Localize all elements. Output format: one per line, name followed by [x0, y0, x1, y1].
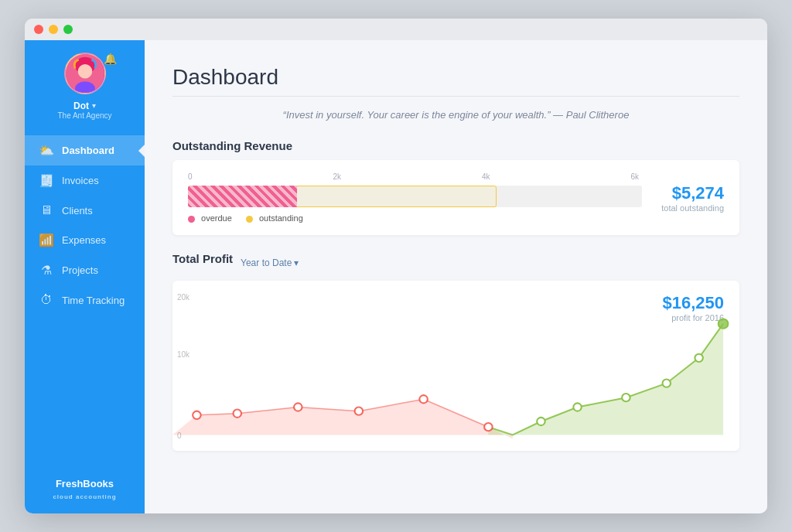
- chart-dot-pos-1: [537, 418, 544, 425]
- axis-0: 0: [188, 172, 193, 181]
- legend-outstanding: outstanding: [246, 213, 303, 223]
- invoices-icon: 🧾: [39, 173, 54, 188]
- expenses-icon: 📶: [39, 233, 54, 247]
- chart-dot-pos-5: [695, 354, 702, 362]
- svg-point-2: [77, 64, 92, 79]
- sidebar-item-expenses-label: Expenses: [62, 234, 106, 246]
- sidebar-footer: FreshBooks cloud accounting: [40, 466, 128, 513]
- chart-dot-neg-1: [193, 411, 200, 419]
- sidebar-item-expenses[interactable]: 📶 Expenses: [25, 225, 145, 255]
- app-window: 🔔 Dot ▾ The Ant Agency ⛅ Dashboard 🧾 Inv…: [25, 19, 767, 513]
- avatar-wrap: 🔔: [64, 53, 106, 94]
- chart-dot-neg-5: [419, 395, 427, 403]
- legend-overdue: overdue: [188, 213, 232, 223]
- axis-4k: 4k: [482, 172, 490, 181]
- sidebar-item-clients-label: Clients: [62, 205, 93, 217]
- sidebar-user-section: 🔔 Dot ▾ The Ant Agency: [25, 53, 145, 128]
- outstanding-revenue-card: 0 2k 4k 6k overdue: [172, 160, 739, 235]
- revenue-bar-wrap: 0 2k 4k 6k overdue: [188, 172, 642, 223]
- chart-dot-neg-4: [355, 408, 363, 415]
- close-button[interactable]: [34, 25, 43, 34]
- notification-bell-icon[interactable]: 🔔: [104, 53, 117, 65]
- total-profit-title: Total Profit: [172, 252, 233, 265]
- profit-chart-area: [172, 304, 739, 451]
- sidebar-item-projects-label: Projects: [62, 264, 98, 276]
- chart-dot-pos-peak: [719, 319, 729, 329]
- sidebar-item-time-tracking-label: Time Tracking: [62, 295, 125, 306]
- maximize-button[interactable]: [63, 25, 73, 34]
- profit-filter-dropdown[interactable]: Year to Date ▾: [241, 257, 299, 268]
- overdue-dot: [188, 216, 195, 223]
- bar-track: [188, 186, 642, 207]
- profit-filter-label: Year to Date: [241, 257, 292, 268]
- bar-axis: 0 2k 4k 6k: [188, 172, 642, 181]
- projects-icon: ⚗: [39, 263, 54, 278]
- profit-chart: [172, 304, 739, 451]
- freshbooks-logo-sub: cloud accounting: [53, 493, 116, 500]
- legend-overdue-label: overdue: [201, 213, 232, 223]
- sidebar-item-dashboard-label: Dashboard: [62, 145, 114, 156]
- sidebar-item-projects[interactable]: ⚗ Projects: [25, 255, 145, 285]
- overdue-bar: [188, 186, 297, 207]
- main-content: Dashboard “Invest in yourself. Your care…: [145, 40, 767, 513]
- sidebar-nav: ⛅ Dashboard 🧾 Invoices 🖥 Clients 📶 Expen…: [25, 135, 145, 315]
- axis-6k: 6k: [630, 172, 639, 181]
- sidebar-item-invoices-label: Invoices: [62, 175, 99, 186]
- freshbooks-logo-text: FreshBooks: [56, 478, 114, 489]
- chart-dot-pos-2: [573, 403, 581, 411]
- profit-header: Total Profit Year to Date ▾: [172, 252, 739, 273]
- motivational-quote: “Invest in yourself. Your career is the …: [172, 109, 739, 121]
- legend: overdue outstanding: [188, 213, 642, 223]
- negative-area: [172, 399, 513, 438]
- chart-dot-neg-6: [484, 423, 492, 431]
- sidebar-item-clients[interactable]: 🖥 Clients: [25, 196, 145, 225]
- legend-outstanding-label: outstanding: [259, 213, 303, 223]
- y-label-20k: 20k: [177, 293, 189, 302]
- chart-dot-pos-4: [663, 380, 671, 387]
- revenue-amount: $5,274 total outstanding: [654, 183, 724, 213]
- minimize-button[interactable]: [49, 25, 58, 34]
- avatar: [64, 53, 106, 94]
- dashboard-icon: ⛅: [39, 143, 54, 158]
- titlebar: [25, 19, 767, 40]
- sidebar-item-invoices[interactable]: 🧾 Invoices: [25, 165, 145, 196]
- positive-area: [488, 324, 723, 435]
- page-title: Dashboard: [172, 65, 739, 90]
- sidebar: 🔔 Dot ▾ The Ant Agency ⛅ Dashboard 🧾 Inv…: [25, 40, 145, 513]
- total-profit-card: $16,250 profit for 2016 20k 10k 0: [172, 281, 739, 451]
- outstanding-revenue-title: Outstanding Revenue: [172, 139, 739, 152]
- user-name: Dot: [73, 101, 89, 111]
- user-name-row: Dot ▾: [73, 99, 96, 111]
- outstanding-dot: [246, 216, 253, 223]
- chart-dot-neg-2: [234, 410, 241, 418]
- revenue-amount-label: total outstanding: [654, 203, 724, 213]
- axis-2k: 2k: [333, 172, 341, 181]
- sidebar-item-time-tracking[interactable]: ⏱ Time Tracking: [25, 285, 145, 315]
- profit-filter-chevron-icon: ▾: [294, 257, 299, 268]
- user-agency: The Ant Agency: [57, 111, 111, 120]
- clients-icon: 🖥: [39, 203, 54, 217]
- freshbooks-logo: FreshBooks cloud accounting: [53, 478, 116, 501]
- chart-dot-pos-3: [622, 394, 630, 401]
- time-tracking-icon: ⏱: [39, 293, 54, 307]
- user-chevron-icon[interactable]: ▾: [92, 101, 96, 110]
- sidebar-item-dashboard[interactable]: ⛅ Dashboard: [25, 135, 145, 165]
- revenue-row: 0 2k 4k 6k overdue: [188, 172, 724, 223]
- revenue-amount-value: $5,274: [654, 183, 724, 203]
- chart-dot-neg-3: [294, 403, 302, 411]
- divider: [172, 96, 739, 97]
- avatar-image: [66, 53, 104, 94]
